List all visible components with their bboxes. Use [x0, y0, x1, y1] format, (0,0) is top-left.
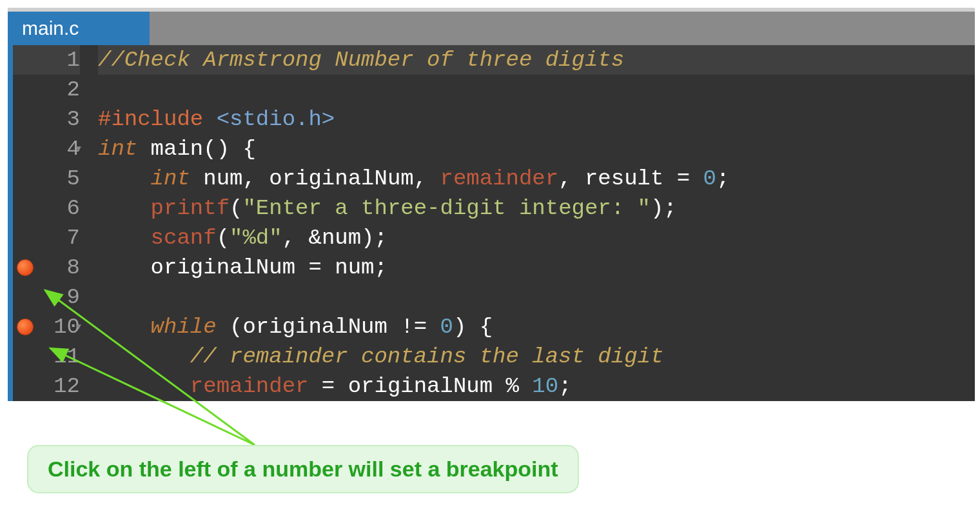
code-content[interactable]: //Check Armstrong Number of three digits…	[90, 45, 975, 401]
annotation-callout: Click on the left of a number will set a…	[27, 445, 579, 493]
code-token: remainder	[440, 164, 559, 193]
gutter-line[interactable]: 1	[13, 45, 80, 75]
line-number: 7	[67, 223, 80, 253]
code-line[interactable]	[98, 75, 975, 104]
code-token: (	[230, 193, 242, 223]
code-token: );	[651, 193, 677, 223]
gutter-line[interactable]: 12	[13, 371, 80, 401]
code-token: (	[217, 223, 230, 253]
code-token: originalNum = num;	[98, 253, 387, 282]
code-token: ) {	[453, 312, 493, 342]
line-number: 6	[67, 193, 80, 223]
line-number: 9	[67, 282, 80, 312]
code-line[interactable]: int num, originalNum, remainder, result …	[98, 164, 975, 193]
code-token: while	[98, 312, 217, 342]
breakpoint-icon[interactable]	[17, 319, 34, 335]
code-token: #include	[98, 104, 203, 134]
code-line[interactable]: int main() {	[98, 134, 975, 164]
code-token: ;	[716, 164, 729, 193]
code-line[interactable]: scanf("%d", &num);	[98, 223, 975, 253]
gutter-line[interactable]: 2	[13, 75, 80, 104]
code-token: printf	[98, 193, 230, 223]
code-token: ;	[558, 371, 571, 401]
editor-left-strip	[8, 45, 13, 401]
code-line[interactable]: while (originalNum != 0) {	[98, 312, 975, 342]
code-token: 0	[703, 164, 716, 193]
code-line[interactable]: #include <stdio.h>	[98, 104, 975, 134]
gutter-line[interactable]: 3	[13, 104, 80, 134]
code-line[interactable]: originalNum = num;	[98, 253, 975, 282]
line-number: 1	[67, 45, 80, 75]
gutter-line[interactable]: 9	[13, 282, 80, 312]
line-number: 11	[54, 342, 80, 371]
code-token: "Enter a three-digit integer: "	[242, 193, 651, 223]
file-tab-label: main.c	[22, 17, 79, 39]
gutter-line[interactable]: 6	[13, 193, 80, 223]
line-number: 2	[67, 75, 80, 104]
fold-icon[interactable]: ▼	[76, 134, 81, 164]
line-number: 5	[67, 164, 80, 193]
code-line[interactable]: remainder = originalNum % 10;	[98, 371, 975, 401]
code-token: main() {	[137, 134, 256, 164]
gutter-line[interactable]: 5	[13, 164, 80, 193]
code-token: 0	[440, 312, 453, 342]
code-token: (originalNum !=	[217, 312, 440, 342]
breakpoint-icon[interactable]	[17, 259, 34, 276]
code-token: , &num);	[282, 223, 387, 253]
line-number: 12	[54, 371, 80, 401]
line-number: 8	[67, 253, 80, 282]
gutter-line[interactable]: 11	[13, 342, 80, 371]
fold-icon[interactable]: ▼	[76, 312, 81, 342]
line-gutter[interactable]: 1 2 3 4▼ 5 6 7 8 9 10▼ 11 12	[13, 45, 90, 401]
code-token: int	[98, 134, 137, 164]
code-token	[98, 371, 190, 401]
code-token: 10	[532, 371, 558, 401]
annotation-text: Click on the left of a number will set a…	[48, 457, 558, 481]
code-token: <stdio.h>	[203, 104, 335, 134]
code-line[interactable]	[98, 282, 975, 312]
code-token: int	[98, 164, 190, 193]
gutter-line[interactable]: 4▼	[13, 134, 80, 164]
code-token: scanf	[98, 223, 217, 253]
code-line[interactable]: printf("Enter a three-digit integer: ");	[98, 193, 975, 223]
line-number: 3	[67, 104, 80, 134]
editor-window: main.c 1 2 3 4▼ 5 6 7 8 9 10▼ 11 12 //Ch…	[8, 8, 975, 401]
file-tab[interactable]: main.c	[8, 12, 150, 45]
code-token: //Check Armstrong Number of three digits	[98, 45, 624, 75]
code-token: = originalNum %	[308, 371, 532, 401]
tab-bar: main.c	[8, 12, 975, 45]
code-line[interactable]: // remainder contains the last digit	[98, 342, 975, 371]
code-token: remainder	[190, 371, 309, 401]
code-token: num, originalNum,	[190, 164, 440, 193]
gutter-line[interactable]: 7	[13, 223, 80, 253]
code-token: "%d"	[230, 223, 282, 253]
gutter-line[interactable]: 10▼	[13, 312, 80, 342]
code-area: 1 2 3 4▼ 5 6 7 8 9 10▼ 11 12 //Check Arm…	[8, 45, 975, 401]
code-token: , result =	[558, 164, 703, 193]
gutter-line[interactable]: 8	[13, 253, 80, 282]
code-token: // remainder contains the last digit	[98, 342, 663, 371]
code-line[interactable]: //Check Armstrong Number of three digits	[98, 45, 975, 75]
